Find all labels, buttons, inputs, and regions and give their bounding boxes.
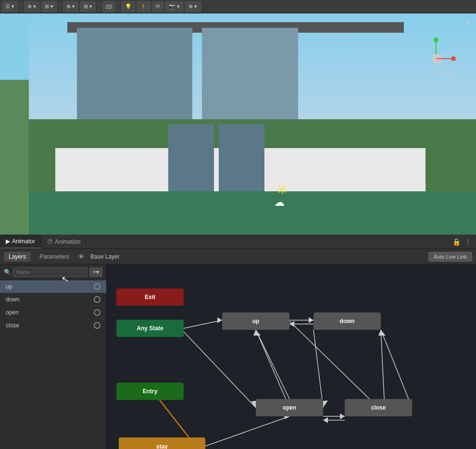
breadcrumb: Base Layer: [88, 253, 122, 260]
camera-btn[interactable]: 📷 ▾: [165, 1, 183, 12]
svg-marker-5: [289, 321, 294, 327]
viewport[interactable]: ✳ ☁ ≡ < Persp: [0, 13, 476, 235]
separator4: [118, 2, 119, 12]
gizmo: < Persp: [418, 40, 457, 78]
snap-btn[interactable]: ⊞ ▾: [80, 1, 96, 12]
separator2: [60, 2, 60, 12]
cloud-icon: ☁: [274, 196, 285, 209]
bottom-panel: ▶ Animator ⏱ Animation 🔒 ⋮ Layers Parame…: [0, 235, 476, 449]
svg-marker-17: [323, 417, 328, 423]
animation-tab[interactable]: ⏱ Animation: [41, 235, 87, 249]
gizmo-x-dot: [451, 56, 456, 61]
param-open-indicator: [94, 309, 100, 316]
state-any[interactable]: Any State: [116, 320, 184, 337]
params-sidebar: 🔍 +▾ up down open close: [0, 264, 107, 449]
light-btn[interactable]: 💡: [122, 1, 135, 12]
state-stay[interactable]: stay: [119, 437, 205, 449]
state-down[interactable]: down: [313, 312, 381, 330]
param-close-indicator: [94, 322, 100, 329]
panel-content: 🔍 +▾ up down open close: [0, 264, 476, 449]
svg-line-20: [184, 332, 256, 408]
persp-label: < Persp: [436, 70, 454, 76]
layers-tab[interactable]: Layers: [4, 252, 31, 262]
search-input[interactable]: [13, 267, 88, 277]
separator3: [99, 2, 99, 12]
svg-marker-15: [340, 413, 345, 419]
param-row-up[interactable]: up: [0, 280, 106, 293]
building-back-left: [77, 28, 192, 119]
state-entry[interactable]: Entry: [116, 383, 184, 400]
panel-header-icons: 🔒 ⋮: [452, 238, 476, 246]
animator-tab-icon: ▶: [6, 238, 10, 245]
param-row-down[interactable]: down: [0, 293, 106, 306]
state-close[interactable]: close: [345, 399, 412, 416]
building-back-right: [202, 28, 298, 119]
param-up-label: up: [6, 283, 12, 290]
svg-line-6: [289, 321, 378, 408]
animation-tab-icon: ⏱: [47, 238, 53, 245]
move-btn[interactable]: ⊕ ▾: [63, 1, 78, 12]
panel-menu-icon[interactable]: ⋮: [464, 238, 471, 246]
scene-select-btn[interactable]: ☰ ▾: [2, 1, 18, 12]
sun-icon: ✳: [276, 182, 288, 198]
walk-btn[interactable]: 🚶: [137, 1, 150, 12]
animator-tab-label: Animator: [12, 238, 35, 245]
svg-line-26: [205, 416, 289, 446]
search-icon: 🔍: [4, 269, 11, 275]
parameters-tab[interactable]: Parameters: [35, 252, 74, 262]
svg-line-24: [381, 330, 412, 408]
svg-marker-3: [309, 317, 313, 323]
fx-btn[interactable]: ⟳: [152, 1, 163, 12]
svg-marker-19: [217, 317, 222, 323]
svg-line-18: [184, 320, 222, 328]
global2-btn[interactable]: ⊕ ▾: [185, 1, 200, 12]
auto-live-link-btn[interactable]: Auto Live Link: [428, 252, 472, 262]
pivot-btn[interactable]: ⊞ ▾: [41, 1, 57, 12]
svg-line-12: [381, 330, 385, 408]
gizmo-x-axis: [437, 58, 451, 59]
param-down-label: down: [6, 296, 20, 303]
params-search-row: 🔍 +▾: [0, 264, 106, 280]
sub-toolbar: Layers Parameters 👁 Base Layer Auto Live…: [0, 249, 476, 264]
add-param-btn[interactable]: +▾: [89, 267, 102, 277]
ground: [29, 191, 476, 235]
param-open-label: open: [6, 309, 19, 316]
param-row-open[interactable]: open: [0, 306, 106, 319]
separator1: [21, 2, 21, 12]
viewport-menu[interactable]: ≡: [465, 17, 470, 27]
lock-icon[interactable]: 🔒: [452, 238, 461, 246]
gizmo-y-dot: [434, 37, 438, 42]
svg-line-10: [313, 330, 323, 408]
svg-line-22: [256, 330, 289, 399]
panel-header: ▶ Animator ⏱ Animation 🔒 ⋮: [0, 235, 476, 249]
global-btn[interactable]: ⊕ ▾: [24, 1, 39, 12]
svg-marker-25: [378, 330, 386, 336]
param-row-close[interactable]: close: [0, 319, 106, 332]
param-close-label: close: [6, 322, 19, 329]
building-front-right: [219, 124, 264, 191]
svg-line-8: [256, 330, 289, 408]
param-down-indicator: [94, 296, 100, 303]
state-up[interactable]: up: [222, 312, 289, 330]
animator-tab[interactable]: ▶ Animator: [0, 235, 41, 249]
building-front-left: [168, 124, 214, 191]
2d-btn[interactable]: 2D: [102, 1, 115, 12]
animation-tab-label: Animation: [55, 238, 80, 245]
svg-marker-23: [253, 330, 261, 336]
state-open[interactable]: open: [256, 399, 323, 416]
param-up-indicator: [94, 283, 100, 290]
animator-graph[interactable]: Exit Any State Entry up down open close …: [107, 264, 476, 449]
top-toolbar: ☰ ▾ ⊕ ▾ ⊞ ▾ ⊕ ▾ ⊞ ▾ 2D 💡 🚶 ⟳ 📷 ▾ ⊕ ▾: [0, 0, 476, 13]
state-exit[interactable]: Exit: [116, 288, 184, 306]
eye-icon[interactable]: 👁: [78, 253, 85, 261]
